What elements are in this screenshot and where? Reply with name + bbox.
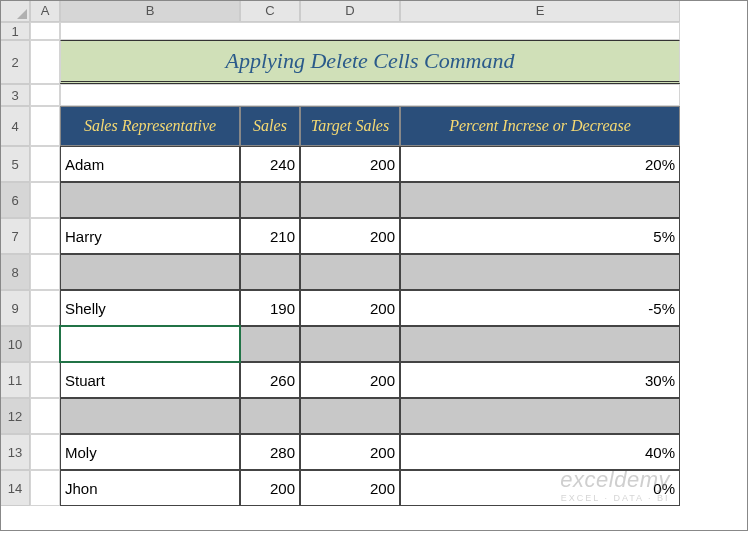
cell-D8[interactable] — [300, 254, 400, 290]
cell-E14[interactable]: 0% — [400, 470, 680, 506]
row-header-7[interactable]: 7 — [0, 218, 30, 254]
cell-C7[interactable]: 210 — [240, 218, 300, 254]
cell-B3E3[interactable] — [60, 84, 680, 106]
cell-A14[interactable] — [30, 470, 60, 506]
col-header-D[interactable]: D — [300, 0, 400, 22]
cell-B7[interactable]: Harry — [60, 218, 240, 254]
row-header-6[interactable]: 6 — [0, 182, 30, 218]
col-header-A[interactable]: A — [30, 0, 60, 22]
cell-A1[interactable] — [30, 22, 60, 40]
cell-A6[interactable] — [30, 182, 60, 218]
cell-D12[interactable] — [300, 398, 400, 434]
cell-C10[interactable] — [240, 326, 300, 362]
row-header-9[interactable]: 9 — [0, 290, 30, 326]
cell-C13[interactable]: 280 — [240, 434, 300, 470]
cell-E11[interactable]: 30% — [400, 362, 680, 398]
row-header-3[interactable]: 3 — [0, 84, 30, 106]
cell-A13[interactable] — [30, 434, 60, 470]
col-header-B[interactable]: B — [60, 0, 240, 22]
cell-E9[interactable]: -5% — [400, 290, 680, 326]
header-pct[interactable]: Percent Increse or Decrease — [400, 106, 680, 146]
cell-A8[interactable] — [30, 254, 60, 290]
row-header-4[interactable]: 4 — [0, 106, 30, 146]
cell-C9[interactable]: 190 — [240, 290, 300, 326]
cell-B13[interactable]: Moly — [60, 434, 240, 470]
col-header-C[interactable]: C — [240, 0, 300, 22]
cell-C5[interactable]: 240 — [240, 146, 300, 182]
cell-C11[interactable]: 260 — [240, 362, 300, 398]
cell-A12[interactable] — [30, 398, 60, 434]
row-header-13[interactable]: 13 — [0, 434, 30, 470]
cell-D5[interactable]: 200 — [300, 146, 400, 182]
cell-B10[interactable] — [60, 326, 240, 362]
cell-A7[interactable] — [30, 218, 60, 254]
cell-B14[interactable]: Jhon — [60, 470, 240, 506]
cell-A4[interactable] — [30, 106, 60, 146]
cell-E13[interactable]: 40% — [400, 434, 680, 470]
cell-A11[interactable] — [30, 362, 60, 398]
cell-D14[interactable]: 200 — [300, 470, 400, 506]
cell-A2[interactable] — [30, 40, 60, 84]
cell-E5[interactable]: 20% — [400, 146, 680, 182]
row-header-14[interactable]: 14 — [0, 470, 30, 506]
cell-C14[interactable]: 200 — [240, 470, 300, 506]
title-cell[interactable]: Applying Delete Cells Command — [60, 40, 680, 84]
cell-B11[interactable]: Stuart — [60, 362, 240, 398]
header-target[interactable]: Target Sales — [300, 106, 400, 146]
row-header-1[interactable]: 1 — [0, 22, 30, 40]
cell-E8[interactable] — [400, 254, 680, 290]
cell-D13[interactable]: 200 — [300, 434, 400, 470]
cell-D6[interactable] — [300, 182, 400, 218]
cell-B8[interactable] — [60, 254, 240, 290]
cell-B1E1[interactable] — [60, 22, 680, 40]
cell-B9[interactable]: Shelly — [60, 290, 240, 326]
cell-E10[interactable] — [400, 326, 680, 362]
cell-A3[interactable] — [30, 84, 60, 106]
cell-D11[interactable]: 200 — [300, 362, 400, 398]
col-header-E[interactable]: E — [400, 0, 680, 22]
cell-E6[interactable] — [400, 182, 680, 218]
row-header-11[interactable]: 11 — [0, 362, 30, 398]
cell-B6[interactable] — [60, 182, 240, 218]
row-header-8[interactable]: 8 — [0, 254, 30, 290]
cell-C6[interactable] — [240, 182, 300, 218]
cell-D9[interactable]: 200 — [300, 290, 400, 326]
row-header-12[interactable]: 12 — [0, 398, 30, 434]
cell-C12[interactable] — [240, 398, 300, 434]
header-rep[interactable]: Sales Representative — [60, 106, 240, 146]
cell-E7[interactable]: 5% — [400, 218, 680, 254]
cell-B5[interactable]: Adam — [60, 146, 240, 182]
row-header-10[interactable]: 10 — [0, 326, 30, 362]
cell-D7[interactable]: 200 — [300, 218, 400, 254]
cell-A9[interactable] — [30, 290, 60, 326]
cell-A5[interactable] — [30, 146, 60, 182]
cell-C8[interactable] — [240, 254, 300, 290]
cell-D10[interactable] — [300, 326, 400, 362]
cell-A10[interactable] — [30, 326, 60, 362]
cell-E12[interactable] — [400, 398, 680, 434]
row-header-2[interactable]: 2 — [0, 40, 30, 84]
header-sales[interactable]: Sales — [240, 106, 300, 146]
spreadsheet-grid[interactable]: A B C D E 1 2 Applying Delete Cells Comm… — [0, 0, 750, 506]
select-all-corner[interactable] — [0, 0, 30, 22]
row-header-5[interactable]: 5 — [0, 146, 30, 182]
cell-B12[interactable] — [60, 398, 240, 434]
